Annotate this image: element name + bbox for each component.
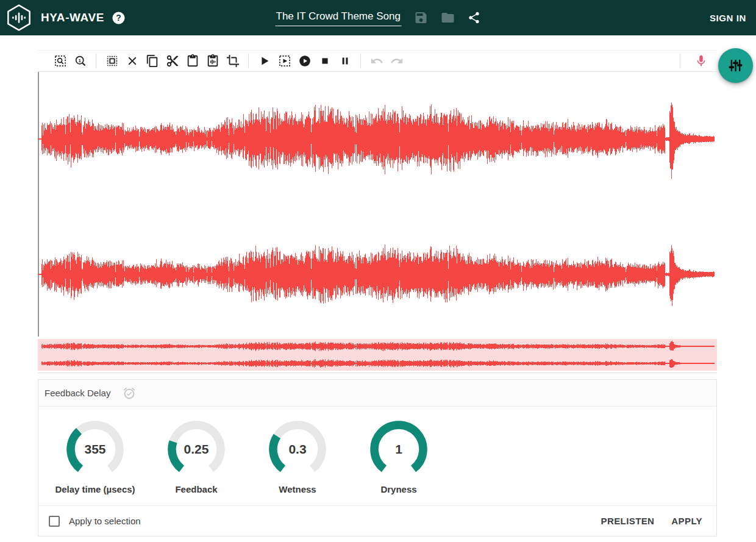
alarm-check-icon bbox=[123, 387, 136, 400]
record-microphone-button[interactable] bbox=[691, 51, 711, 71]
pause-button[interactable] bbox=[335, 51, 355, 71]
share-icon bbox=[468, 11, 481, 24]
minimap-overview[interactable] bbox=[38, 339, 717, 371]
knob-wetness-gauge: 0.3 bbox=[268, 420, 327, 479]
play-selection-icon bbox=[278, 54, 291, 68]
stop-button[interactable] bbox=[315, 51, 335, 71]
knob-feedback[interactable]: 0.25Feedback bbox=[158, 420, 235, 494]
knob-delay-time-value: 355 bbox=[66, 420, 124, 479]
play-all-icon bbox=[298, 54, 312, 68]
knob-dryness-gauge: 1 bbox=[369, 420, 428, 479]
hya-wave-logo-icon bbox=[5, 4, 33, 32]
project-title-input[interactable] bbox=[276, 9, 402, 26]
stop-icon bbox=[318, 54, 332, 68]
paste-mix-icon bbox=[206, 54, 219, 68]
project-title-group bbox=[276, 0, 481, 35]
apply-to-selection-checkbox[interactable] bbox=[49, 516, 60, 527]
save-floppy-icon bbox=[414, 10, 429, 25]
apply-button[interactable]: APPLY bbox=[668, 516, 706, 526]
play-selection-button[interactable] bbox=[274, 51, 294, 71]
paste-icon bbox=[186, 54, 199, 68]
waveform-display[interactable] bbox=[41, 72, 715, 337]
zoom-reset-button[interactable]: 1 bbox=[70, 51, 90, 71]
effects-fab-button[interactable] bbox=[718, 48, 753, 83]
play-icon bbox=[258, 54, 271, 68]
help-button[interactable]: ? bbox=[112, 11, 126, 25]
playhead-cursor[interactable] bbox=[38, 72, 39, 337]
minimap-divider bbox=[38, 373, 717, 373]
app-name: HYA-WAVE bbox=[41, 11, 104, 24]
share-button[interactable] bbox=[468, 11, 481, 24]
undo-button bbox=[366, 51, 387, 71]
toolbar-separator bbox=[360, 54, 361, 68]
zoom-selection-button[interactable] bbox=[50, 51, 70, 71]
effect-panel: Feedback Delay 355Delay time (µsecs)0.25… bbox=[38, 379, 717, 537]
paste-button[interactable] bbox=[182, 51, 202, 71]
apply-to-selection-label: Apply to selection bbox=[69, 516, 141, 526]
app-root: HYA-WAVE ? SIGN IN 1 bbox=[0, 0, 756, 542]
waveform-editor[interactable] bbox=[38, 72, 717, 337]
effect-panel-footer: Apply to selection PRELISTEN APPLY bbox=[38, 505, 716, 536]
help-circle-icon: ? bbox=[112, 11, 126, 25]
undo-icon bbox=[370, 54, 383, 68]
microphone-icon bbox=[694, 54, 708, 68]
prelisten-button[interactable]: PRELISTEN bbox=[597, 516, 658, 526]
svg-text:1: 1 bbox=[78, 58, 81, 63]
knob-delay-time[interactable]: 355Delay time (µsecs) bbox=[57, 420, 134, 494]
copy-icon bbox=[146, 54, 159, 68]
knob-feedback-gauge: 0.25 bbox=[167, 420, 226, 479]
knob-dryness-label: Dryness bbox=[380, 484, 416, 494]
svg-text:?: ? bbox=[116, 13, 121, 23]
cut-icon bbox=[166, 54, 179, 68]
knob-feedback-value: 0.25 bbox=[167, 420, 226, 479]
zoom-selection-icon bbox=[54, 54, 67, 68]
toolbar-separator bbox=[680, 54, 680, 68]
sign-in-button[interactable]: SIGN IN bbox=[710, 0, 746, 35]
select-all-button[interactable] bbox=[102, 51, 122, 71]
knob-delay-time-gauge: 355 bbox=[66, 420, 124, 479]
waveform-channel-1 bbox=[41, 102, 714, 179]
crop-button[interactable] bbox=[223, 51, 243, 71]
knob-wetness-value: 0.3 bbox=[268, 420, 327, 479]
select-all-icon bbox=[105, 54, 119, 68]
toolbar-separator bbox=[96, 54, 96, 68]
redo-button bbox=[387, 51, 407, 71]
cut-button[interactable] bbox=[162, 51, 182, 71]
waveform-channel-2 bbox=[41, 244, 714, 307]
knob-delay-time-label: Delay time (µsecs) bbox=[55, 484, 135, 494]
pause-icon bbox=[338, 54, 352, 68]
clear-selection-icon bbox=[126, 54, 139, 68]
play-button[interactable] bbox=[254, 51, 274, 71]
toolbar: 1 bbox=[38, 50, 717, 72]
knob-dryness-value: 1 bbox=[369, 420, 428, 479]
save-button[interactable] bbox=[414, 10, 429, 25]
crop-icon bbox=[226, 54, 240, 68]
tune-sliders-icon bbox=[727, 57, 744, 74]
effect-panel-header: Feedback Delay bbox=[38, 380, 716, 407]
copy-button[interactable] bbox=[142, 51, 162, 71]
zoom-reset-icon: 1 bbox=[74, 54, 87, 68]
paste-mix-button[interactable] bbox=[202, 51, 223, 71]
effect-title: Feedback Delay bbox=[45, 388, 110, 398]
knob-wetness-label: Wetness bbox=[279, 484, 316, 494]
play-all-button[interactable] bbox=[294, 51, 315, 71]
app-header: HYA-WAVE ? SIGN IN bbox=[0, 0, 756, 35]
knob-dryness[interactable]: 1Dryness bbox=[360, 420, 437, 494]
knob-wetness[interactable]: 0.3Wetness bbox=[259, 420, 336, 494]
minimap-waveform bbox=[41, 339, 715, 371]
toolbar-separator bbox=[248, 54, 249, 68]
redo-icon bbox=[390, 54, 404, 68]
open-file-button[interactable] bbox=[441, 10, 455, 25]
folder-icon bbox=[441, 10, 455, 25]
clear-selection-button[interactable] bbox=[122, 51, 142, 71]
knob-feedback-label: Feedback bbox=[175, 484, 217, 494]
knob-row: 355Delay time (µsecs)0.25Feedback0.3Wetn… bbox=[38, 407, 716, 494]
